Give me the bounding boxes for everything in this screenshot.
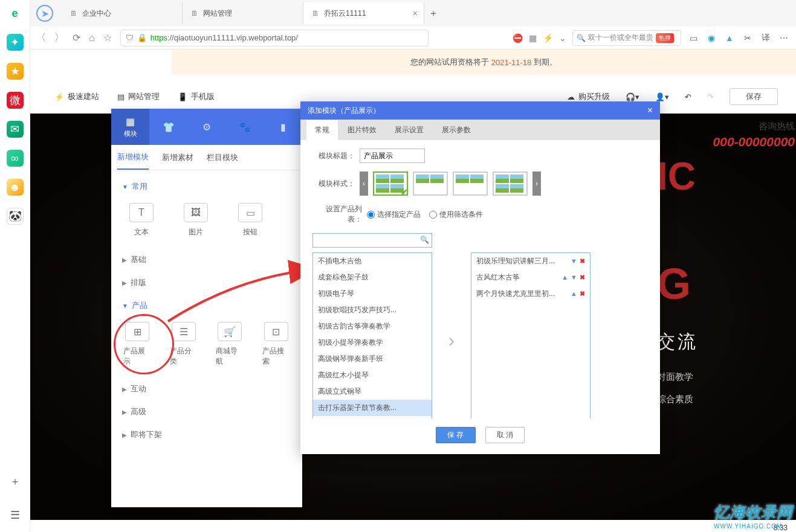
quick-build-button[interactable]: ⚡极速建站 [54,91,99,102]
more-icon[interactable]: ⋯ [778,32,790,44]
headset-icon[interactable]: 🎧▾ [626,92,639,101]
item-image[interactable]: 🖼图片 [178,203,214,237]
top-tab-2[interactable]: 👕 [149,109,187,145]
reload-button[interactable]: ⟳ [73,32,80,43]
move-up-icon[interactable]: ▲ [561,274,568,281]
sidebar-app-panda-icon[interactable]: 🐼 [7,208,24,225]
redo-icon[interactable]: ↷ [707,92,714,101]
modal-cancel-button[interactable]: 取 消 [485,427,525,443]
section-layout[interactable]: ▶排版 [120,271,294,294]
list-item[interactable]: 初级歌唱技巧发声技巧... [313,302,432,318]
style-next-button[interactable]: › [532,171,541,196]
chevron-down-icon[interactable]: ⌄ [559,33,566,43]
home-button[interactable]: ⌂ [89,33,95,43]
style-option-3[interactable] [453,171,488,196]
browser-logo-icon[interactable]: e [7,5,24,22]
qr-icon[interactable]: ▦ [529,33,537,43]
item-button[interactable]: ▭按钮 [232,203,268,237]
list-item[interactable]: 高级钢琴弹奏新手班 [313,351,432,367]
style-option-2[interactable] [413,171,448,196]
sidebar-app-star-icon[interactable]: ★ [7,63,24,80]
sidebar-app-cloud-icon[interactable]: ∞ [7,150,24,167]
list-item[interactable]: 击打乐器架子鼓节奏教... [313,400,432,416]
browser-tab[interactable]: 🗎 网站管理 [183,2,303,24]
tab-display-set[interactable]: 展示设置 [386,120,432,140]
radio-select-products[interactable]: 选择指定产品 [367,210,421,220]
section-interact[interactable]: ▶互动 [120,377,294,400]
item-product-search[interactable]: ⊡产品搜索 [262,322,291,367]
sidebar-add-icon[interactable]: ＋ [7,473,24,490]
search-box[interactable]: 🔍 双十一价或全年最贵 热搜 [572,30,681,46]
style-prev-button[interactable]: ‹ [360,171,368,196]
selected-item[interactable]: 古风红木古筝▲▼✖ [471,269,590,286]
list-item[interactable]: 高级立式钢琴 [313,383,432,400]
style-option-4[interactable] [493,171,528,196]
scissors-icon[interactable]: ✂ [742,32,754,44]
browser-tab-active[interactable]: 🗎 乔拓云11111 × [303,2,424,24]
new-tab-button[interactable]: ＋ [424,7,442,20]
section-coming[interactable]: ▶即将下架 [120,423,294,446]
section-common[interactable]: ▼常用 [120,175,294,198]
browser-tab[interactable]: 🗎 企业中心 [62,2,183,24]
list-item[interactable]: 初级古韵古筝弹奏教学 [313,318,432,335]
item-mall-nav[interactable]: 🛒商城导航 [216,322,244,367]
section-product[interactable]: ▼产品 [120,294,294,317]
sidebar-app-mail-icon[interactable]: ✉ [7,121,24,138]
favorite-button[interactable]: ☆ [103,32,112,43]
top-tab-4[interactable]: 🐾 [226,109,264,145]
tab-img-fx[interactable]: 图片特效 [339,120,385,140]
list-item[interactable]: 不插电木吉他 [313,253,432,269]
item-product-display[interactable]: ⊞产品展示 [123,322,152,367]
selected-item[interactable]: 初级乐理知识讲解三月...▼✖ [471,253,590,269]
triangle-icon[interactable]: ▲ [723,32,736,44]
list-item[interactable]: 初级小提琴弹奏教学 [313,335,432,351]
item-product-category[interactable]: ☰产品分类 [170,322,198,367]
subtab-add-module[interactable]: 新增模块 [117,146,149,170]
user-icon[interactable]: 👤▾ [655,92,669,101]
remove-icon[interactable]: ✖ [580,290,585,298]
radio-input[interactable] [367,211,375,219]
navigate-compass-icon[interactable]: ➤ [36,5,53,22]
item-text[interactable]: T文本 [123,203,160,237]
subtab-add-material[interactable]: 新增素材 [162,146,193,169]
available-products-list[interactable]: 不插电木吉他成套棕色架子鼓初级电子琴初级歌唱技巧发声技巧...初级古韵古筝弹奏教… [312,252,432,418]
transfer-arrow[interactable]: › [439,252,464,418]
subtab-col-module[interactable]: 栏目模块 [207,146,238,169]
radio-filter-products[interactable]: 使用筛选条件 [429,210,483,220]
product-search-mini[interactable]: 🔍 [312,233,432,248]
remove-icon[interactable]: ✖ [580,274,585,281]
section-basic[interactable]: ▶基础 [120,248,294,271]
forward-button[interactable]: 〉 [54,31,64,44]
style-option-1[interactable] [373,171,408,196]
move-down-icon[interactable]: ▼ [571,274,577,281]
undo-icon[interactable]: ↶ [685,92,691,101]
list-item[interactable]: 初级电子琴 [313,286,432,302]
tab-close-icon[interactable]: × [413,8,418,18]
top-tab-5[interactable]: ▮ [264,109,302,145]
top-tab-3[interactable]: ⚙ [187,109,225,145]
sidebar-menu-icon[interactable]: ☰ [7,507,24,524]
back-button[interactable]: 〈 [36,31,46,44]
sidebar-app-weibo-icon[interactable]: 微 [7,92,24,109]
move-up-icon[interactable]: ▲ [571,290,577,298]
list-item[interactable]: 高级红木小提琴 [313,367,432,383]
circle-icon[interactable]: ◉ [705,32,717,44]
tab-display-param[interactable]: 展示参数 [433,120,479,140]
sidebar-app-game-icon[interactable]: ☻ [7,179,24,196]
modal-save-button[interactable]: 保 存 [436,427,475,443]
selected-item[interactable]: 两个月快速尤克里里初...▲✖ [471,286,590,302]
speed-icon[interactable]: ⚡ [543,33,553,43]
site-manage-button[interactable]: ▤网站管理 [117,91,160,102]
upgrade-button[interactable]: ☁购买升级 [567,91,610,102]
block-icon[interactable]: ⛔ [513,33,523,43]
mobile-button[interactable]: 📱手机版 [178,91,215,102]
top-tab-modules[interactable]: ▦模块 [111,109,149,145]
list-item[interactable]: 成套棕色架子鼓 [313,269,432,286]
address-bar[interactable]: 🛡 🔒 https://qiaotuoyun11111.vip.webporta… [120,30,429,46]
module-title-input[interactable] [360,149,425,163]
move-down-icon[interactable]: ▼ [571,257,577,265]
remove-icon[interactable]: ✖ [580,257,585,265]
save-button[interactable]: 保存 [730,88,778,105]
selected-products-list[interactable]: 初级乐理知识讲解三月...▼✖古风红木古筝▲▼✖两个月快速尤克里里初...▲✖ [471,252,591,418]
modal-close-icon[interactable]: × [647,105,653,116]
